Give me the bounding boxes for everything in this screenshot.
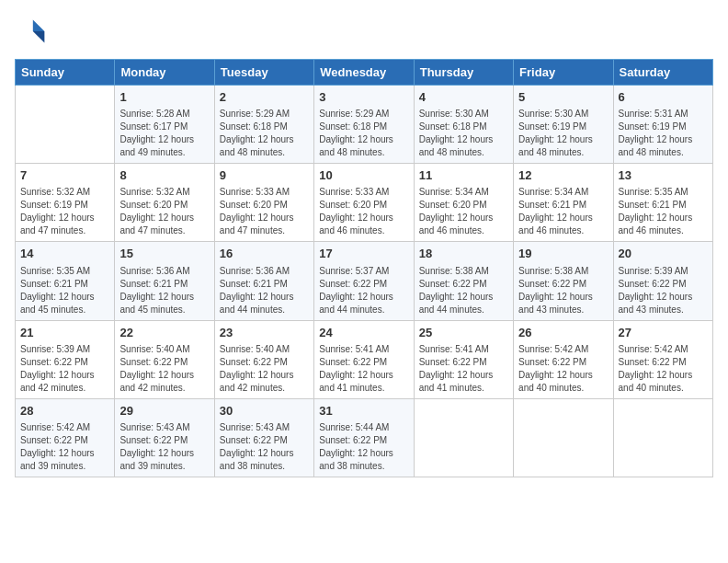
day-number: 15	[119, 246, 209, 262]
day-number: 31	[319, 403, 408, 419]
day-number: 25	[419, 325, 508, 341]
day-number: 30	[220, 403, 309, 419]
day-number: 5	[518, 89, 608, 106]
day-info: Sunrise: 5:36 AM Sunset: 6:21 PM Dayligh…	[119, 265, 209, 316]
calendar-cell: 10Sunrise: 5:33 AM Sunset: 6:20 PM Dayli…	[314, 164, 414, 242]
page-header	[15, 15, 713, 48]
calendar-cell: 6Sunrise: 5:31 AM Sunset: 6:19 PM Daylig…	[613, 86, 712, 164]
day-info: Sunrise: 5:42 AM Sunset: 6:22 PM Dayligh…	[20, 421, 109, 473]
day-number: 18	[419, 246, 508, 262]
calendar-cell: 25Sunrise: 5:41 AM Sunset: 6:22 PM Dayli…	[414, 320, 513, 398]
calendar-cell: 30Sunrise: 5:43 AM Sunset: 6:22 PM Dayli…	[214, 398, 313, 477]
day-number: 24	[319, 325, 408, 341]
day-number: 6	[619, 89, 708, 106]
calendar-cell: 24Sunrise: 5:41 AM Sunset: 6:22 PM Dayli…	[314, 320, 414, 398]
calendar-cell: 7Sunrise: 5:32 AM Sunset: 6:19 PM Daylig…	[16, 164, 115, 242]
day-number: 16	[220, 246, 309, 262]
calendar-cell: 18Sunrise: 5:38 AM Sunset: 6:22 PM Dayli…	[414, 242, 513, 320]
calendar-week-row: 1Sunrise: 5:28 AM Sunset: 6:17 PM Daylig…	[16, 86, 713, 164]
logo	[15, 15, 51, 48]
calendar-cell: 12Sunrise: 5:34 AM Sunset: 6:21 PM Dayli…	[514, 164, 613, 242]
day-number: 26	[518, 325, 608, 341]
day-number: 21	[20, 325, 109, 341]
calendar-week-row: 21Sunrise: 5:39 AM Sunset: 6:22 PM Dayli…	[16, 320, 713, 398]
calendar-cell: 17Sunrise: 5:37 AM Sunset: 6:22 PM Dayli…	[314, 242, 414, 320]
day-info: Sunrise: 5:29 AM Sunset: 6:18 PM Dayligh…	[220, 108, 309, 159]
day-header-friday: Friday	[514, 60, 613, 86]
day-number: 8	[119, 167, 209, 184]
day-info: Sunrise: 5:29 AM Sunset: 6:18 PM Dayligh…	[319, 108, 408, 159]
calendar-cell: 3Sunrise: 5:29 AM Sunset: 6:18 PM Daylig…	[314, 86, 414, 164]
day-info: Sunrise: 5:34 AM Sunset: 6:20 PM Dayligh…	[419, 186, 508, 237]
day-header-sunday: Sunday	[16, 60, 115, 86]
calendar-cell: 31Sunrise: 5:44 AM Sunset: 6:22 PM Dayli…	[314, 398, 414, 477]
calendar-table: SundayMondayTuesdayWednesdayThursdayFrid…	[15, 59, 713, 477]
calendar-cell: 14Sunrise: 5:35 AM Sunset: 6:21 PM Dayli…	[16, 242, 115, 320]
day-number: 28	[20, 403, 109, 419]
calendar-cell: 11Sunrise: 5:34 AM Sunset: 6:20 PM Dayli…	[414, 164, 513, 242]
calendar-cell: 8Sunrise: 5:32 AM Sunset: 6:20 PM Daylig…	[115, 164, 214, 242]
day-number: 22	[119, 325, 209, 341]
calendar-cell: 26Sunrise: 5:42 AM Sunset: 6:22 PM Dayli…	[514, 320, 613, 398]
day-number: 20	[619, 246, 708, 262]
day-number: 4	[419, 89, 508, 106]
day-info: Sunrise: 5:42 AM Sunset: 6:22 PM Dayligh…	[619, 343, 708, 395]
day-number: 14	[20, 246, 109, 262]
day-number: 3	[319, 89, 408, 106]
day-number: 23	[220, 325, 309, 341]
day-info: Sunrise: 5:41 AM Sunset: 6:22 PM Dayligh…	[319, 343, 408, 395]
calendar-cell	[414, 398, 513, 477]
calendar-cell: 15Sunrise: 5:36 AM Sunset: 6:21 PM Dayli…	[115, 242, 214, 320]
day-number: 2	[220, 89, 309, 106]
day-header-thursday: Thursday	[414, 60, 513, 86]
calendar-week-row: 28Sunrise: 5:42 AM Sunset: 6:22 PM Dayli…	[16, 398, 713, 477]
day-info: Sunrise: 5:30 AM Sunset: 6:18 PM Dayligh…	[419, 108, 508, 159]
day-info: Sunrise: 5:34 AM Sunset: 6:21 PM Dayligh…	[518, 186, 608, 237]
calendar-cell: 20Sunrise: 5:39 AM Sunset: 6:22 PM Dayli…	[613, 242, 712, 320]
calendar-cell: 23Sunrise: 5:40 AM Sunset: 6:22 PM Dayli…	[214, 320, 313, 398]
day-info: Sunrise: 5:39 AM Sunset: 6:22 PM Dayligh…	[20, 343, 109, 395]
day-info: Sunrise: 5:39 AM Sunset: 6:22 PM Dayligh…	[619, 265, 708, 316]
day-number: 9	[220, 167, 309, 184]
calendar-cell: 29Sunrise: 5:43 AM Sunset: 6:22 PM Dayli…	[115, 398, 214, 477]
day-info: Sunrise: 5:33 AM Sunset: 6:20 PM Dayligh…	[319, 186, 408, 237]
day-number: 7	[20, 167, 109, 184]
day-header-tuesday: Tuesday	[214, 60, 313, 86]
calendar-cell	[16, 86, 115, 164]
day-info: Sunrise: 5:31 AM Sunset: 6:19 PM Dayligh…	[619, 108, 708, 159]
calendar-cell: 13Sunrise: 5:35 AM Sunset: 6:21 PM Dayli…	[613, 164, 712, 242]
day-info: Sunrise: 5:44 AM Sunset: 6:22 PM Dayligh…	[319, 421, 408, 473]
day-number: 1	[119, 89, 209, 106]
day-info: Sunrise: 5:38 AM Sunset: 6:22 PM Dayligh…	[419, 265, 508, 316]
calendar-cell: 5Sunrise: 5:30 AM Sunset: 6:19 PM Daylig…	[514, 86, 613, 164]
day-info: Sunrise: 5:42 AM Sunset: 6:22 PM Dayligh…	[518, 343, 608, 395]
calendar-cell: 19Sunrise: 5:38 AM Sunset: 6:22 PM Dayli…	[514, 242, 613, 320]
day-number: 12	[518, 167, 608, 184]
calendar-cell: 1Sunrise: 5:28 AM Sunset: 6:17 PM Daylig…	[115, 86, 214, 164]
day-number: 17	[319, 246, 408, 262]
calendar-header-row: SundayMondayTuesdayWednesdayThursdayFrid…	[16, 60, 713, 86]
calendar-cell: 21Sunrise: 5:39 AM Sunset: 6:22 PM Dayli…	[16, 320, 115, 398]
logo-icon	[15, 15, 48, 48]
day-number: 29	[119, 403, 209, 419]
calendar-cell: 4Sunrise: 5:30 AM Sunset: 6:18 PM Daylig…	[414, 86, 513, 164]
calendar-cell: 16Sunrise: 5:36 AM Sunset: 6:21 PM Dayli…	[214, 242, 313, 320]
day-info: Sunrise: 5:36 AM Sunset: 6:21 PM Dayligh…	[220, 265, 309, 316]
day-number: 27	[619, 325, 708, 341]
day-info: Sunrise: 5:40 AM Sunset: 6:22 PM Dayligh…	[119, 343, 209, 395]
calendar-cell: 9Sunrise: 5:33 AM Sunset: 6:20 PM Daylig…	[214, 164, 313, 242]
day-info: Sunrise: 5:35 AM Sunset: 6:21 PM Dayligh…	[619, 186, 708, 237]
day-number: 10	[319, 167, 408, 184]
calendar-week-row: 14Sunrise: 5:35 AM Sunset: 6:21 PM Dayli…	[16, 242, 713, 320]
calendar-cell: 22Sunrise: 5:40 AM Sunset: 6:22 PM Dayli…	[115, 320, 214, 398]
day-info: Sunrise: 5:41 AM Sunset: 6:22 PM Dayligh…	[419, 343, 508, 395]
day-header-monday: Monday	[115, 60, 214, 86]
day-info: Sunrise: 5:43 AM Sunset: 6:22 PM Dayligh…	[119, 421, 209, 473]
day-header-wednesday: Wednesday	[314, 60, 414, 86]
day-info: Sunrise: 5:43 AM Sunset: 6:22 PM Dayligh…	[220, 421, 309, 473]
calendar-cell	[613, 398, 712, 477]
day-header-saturday: Saturday	[613, 60, 712, 86]
svg-marker-0	[33, 19, 45, 31]
day-info: Sunrise: 5:32 AM Sunset: 6:19 PM Dayligh…	[20, 186, 109, 237]
calendar-cell: 2Sunrise: 5:29 AM Sunset: 6:18 PM Daylig…	[214, 86, 313, 164]
